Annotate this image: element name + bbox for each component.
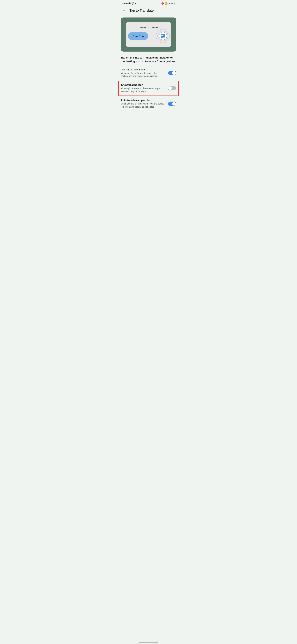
page-title: Tap to Translate — [129, 8, 170, 12]
toggle-thumb-use-tap-to-translate — [172, 71, 176, 75]
hero-illustration: G A — [121, 18, 176, 52]
dot-icon: ● — [135, 3, 136, 4]
location-icon: ◂ — [127, 2, 128, 4]
more-dots-icon: ⋮ — [172, 9, 175, 12]
hero-translate-button: G A — [159, 32, 167, 40]
toggle-use-tap-to-translate[interactable] — [168, 71, 176, 75]
description-text: Tap on the Tap to Translate notification… — [118, 53, 179, 66]
setting-auto-translate[interactable]: Auto-translate copied text When you tap … — [118, 96, 179, 111]
setting-auto-translate-text: Auto-translate copied text When you tap … — [121, 99, 168, 108]
setting-use-tap-to-translate-text: Use Tap to Translate When on, Tap to Tra… — [121, 68, 168, 78]
google-translate-mini-icon: G A — [161, 34, 165, 38]
signal-icon: lll — [168, 2, 168, 4]
gt-g-letter: G — [161, 34, 163, 36]
setting-show-floating-icon-title: Show floating icon — [121, 84, 165, 86]
status-bar-left: 15:40 ◂ 🖼 💬 ● — [121, 2, 136, 5]
setting-use-tap-to-translate[interactable]: Use Tap to Translate When on, Tap to Tra… — [118, 66, 179, 80]
hero-inner-card: G A — [126, 22, 171, 47]
toggle-auto-translate[interactable] — [168, 102, 176, 106]
back-button[interactable]: ← — [121, 8, 127, 14]
message-icon: 💬 — [132, 2, 134, 5]
mute-icon: 🔇 — [161, 2, 164, 5]
gt-icon-bg: G A — [161, 34, 165, 38]
setting-show-floating-icon-description: Floating icon stays on the screen for qu… — [121, 87, 165, 93]
app-bar: ← Tap to Translate ⋮ — [118, 6, 179, 15]
hero-text-line — [134, 26, 158, 30]
setting-auto-translate-title: Auto-translate copied text — [121, 99, 166, 102]
hero-container: G A — [118, 15, 179, 53]
time-display: 15:40 — [121, 2, 127, 5]
setting-auto-translate-description: When you tap on the floating icon, the c… — [121, 102, 166, 108]
hero-blue-pill — [128, 32, 148, 40]
setting-show-floating-icon[interactable]: Show floating icon Floating icon stays o… — [118, 81, 179, 96]
more-options-button[interactable]: ⋮ — [170, 8, 176, 14]
toggle-show-floating-icon[interactable] — [168, 86, 176, 90]
toggle-thumb-auto-translate — [172, 102, 176, 106]
settings-list: Use Tap to Translate When on, Tap to Tra… — [118, 66, 179, 111]
setting-show-floating-icon-text: Show floating icon Floating icon stays o… — [121, 84, 168, 93]
wifi-icon: 📶 — [164, 2, 167, 5]
battery-icon: 🔋 — [173, 2, 176, 5]
status-bar-right: 🔇 📶 lll 50% 🔋 — [161, 2, 176, 5]
gt-translate-symbol: A — [163, 36, 164, 38]
toggle-thumb-show-floating-icon — [168, 86, 172, 90]
gallery-icon: 🖼 — [129, 2, 131, 5]
battery-display: 50% — [169, 2, 173, 5]
back-arrow-icon: ← — [122, 8, 126, 12]
hero-translate-icon-area: G A — [159, 32, 167, 40]
setting-use-tap-to-translate-description: When on, Tap to Translate runs in the ba… — [121, 72, 166, 78]
setting-use-tap-to-translate-title: Use Tap to Translate — [121, 68, 166, 71]
status-bar: 15:40 ◂ 🖼 💬 ● 🔇 📶 lll 50% 🔋 — [118, 0, 179, 6]
